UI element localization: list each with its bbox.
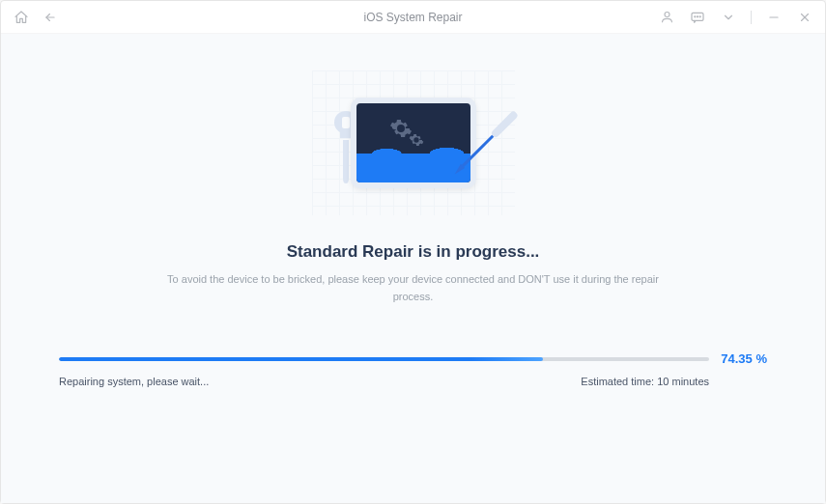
progress-percent: 74.35 % xyxy=(721,351,767,366)
back-icon[interactable] xyxy=(42,9,59,26)
home-icon[interactable] xyxy=(13,9,30,26)
svg-point-3 xyxy=(697,15,698,16)
svg-point-4 xyxy=(699,15,700,16)
progress-eta-text: Estimated time: 10 minutes xyxy=(581,376,709,387)
minimize-icon[interactable] xyxy=(765,9,783,26)
progress-heading: Standard Repair is in progress... xyxy=(287,242,540,262)
content-area: Standard Repair is in progress... To avo… xyxy=(1,34,825,503)
progress-bar xyxy=(59,357,709,361)
svg-marker-11 xyxy=(452,164,465,177)
chevron-down-icon[interactable] xyxy=(720,9,737,26)
progress-subtext: To avoid the device to be bricked, pleas… xyxy=(162,271,665,305)
svg-rect-8 xyxy=(342,117,350,128)
progress-fill xyxy=(59,357,543,361)
svg-point-0 xyxy=(665,13,669,17)
titlebar-left xyxy=(13,9,59,26)
feedback-icon[interactable] xyxy=(689,9,706,26)
progress-section: 74.35 % Repairing system, please wait...… xyxy=(59,351,767,387)
progress-status-text: Repairing system, please wait... xyxy=(59,376,209,387)
titlebar-right xyxy=(658,9,813,26)
titlebar-divider xyxy=(751,11,752,24)
window-title: iOS System Repair xyxy=(363,11,462,24)
app-window: iOS System Repair xyxy=(0,0,826,504)
repair-illustration xyxy=(312,70,515,215)
progress-labels: Repairing system, please wait... Estimat… xyxy=(59,376,767,387)
titlebar: iOS System Repair xyxy=(1,1,825,34)
close-icon[interactable] xyxy=(796,9,813,26)
svg-point-2 xyxy=(695,15,696,16)
user-icon[interactable] xyxy=(658,9,675,26)
progress-row: 74.35 % xyxy=(59,351,767,366)
